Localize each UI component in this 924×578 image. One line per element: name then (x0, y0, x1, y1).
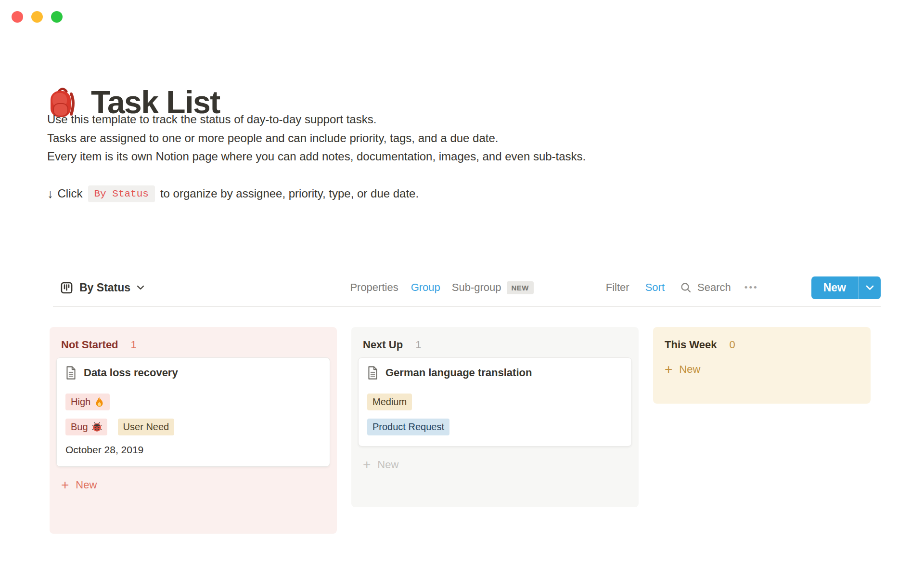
add-card-button-next-up[interactable]: + New (358, 455, 632, 475)
filter-button[interactable]: Filter (606, 281, 629, 294)
tag-row: High (65, 394, 321, 410)
new-feature-badge: NEW (507, 281, 534, 294)
new-item-button[interactable]: New (811, 276, 881, 299)
column-header: This Week 0 (660, 334, 864, 357)
by-status-code-badge: By Status (88, 185, 155, 202)
close-button[interactable] (12, 11, 23, 23)
bug-icon (92, 422, 102, 432)
tag-high: High (65, 394, 110, 410)
card-title: German language translation (385, 367, 532, 379)
down-arrow-icon: ↓ (47, 187, 53, 201)
add-card-label: New (679, 363, 700, 376)
column-count: 1 (131, 339, 137, 351)
search-button[interactable]: Search (680, 281, 731, 294)
new-button-dropdown[interactable] (859, 276, 881, 299)
new-item-button-label[interactable]: New (811, 276, 858, 299)
tag-product-request: Product Request (367, 419, 449, 435)
callout-text-after: to organize by assignee, priority, type,… (160, 187, 419, 200)
column-this-week: This Week 0 + New (653, 327, 871, 404)
tag-label: User Need (123, 420, 169, 434)
fire-icon (94, 396, 104, 407)
page-icon (367, 366, 378, 380)
page-description: Use this template to track the status of… (47, 110, 586, 166)
column-header: Next Up 1 (358, 334, 632, 357)
column-count: 0 (729, 339, 735, 351)
add-card-label: New (377, 459, 398, 471)
add-card-button-not-started[interactable]: + New (56, 475, 330, 495)
kanban-board: Not Started 1 Data loss recovery (50, 327, 871, 534)
column-next-up: Next Up 1 German language translation (351, 327, 639, 507)
tag-label: Product Request (372, 420, 444, 434)
sort-button[interactable]: Sort (645, 281, 665, 294)
fullscreen-button[interactable] (51, 11, 63, 23)
card-german-language-translation[interactable]: German language translation Medium Produ… (358, 357, 632, 447)
plus-icon: + (363, 460, 371, 470)
card-due-date: October 28, 2019 (65, 444, 321, 456)
board-view-icon (60, 281, 73, 294)
plus-icon: + (665, 364, 672, 375)
tag-row: Product Request (367, 419, 623, 435)
tag-bug: Bug (65, 419, 107, 435)
search-label: Search (697, 281, 731, 294)
column-header: Not Started 1 (56, 334, 330, 357)
column-name: Not Started (61, 339, 118, 351)
card-data-loss-recovery[interactable]: Data loss recovery High Bug (56, 357, 330, 467)
more-options-button[interactable]: ••• (744, 282, 758, 293)
group-button[interactable]: Group (411, 281, 440, 294)
view-name: By Status (79, 281, 130, 294)
column-name: This Week (665, 339, 717, 351)
page-icon (65, 366, 77, 380)
plus-icon: + (61, 480, 69, 490)
toolbar-actions: Properties Group Sub-group NEW Filter So… (350, 276, 881, 299)
window-controls (12, 11, 63, 23)
tag-user-need: User Need (118, 419, 175, 435)
description-line: Use this template to track the status of… (47, 110, 586, 129)
column-name: Next Up (363, 339, 403, 351)
column-not-started: Not Started 1 Data loss recovery (50, 327, 337, 534)
add-card-label: New (76, 479, 97, 491)
add-card-button-this-week[interactable]: + New (660, 359, 864, 380)
tag-row: Bug (65, 419, 321, 435)
minimize-button[interactable] (31, 11, 43, 23)
chevron-down-icon (137, 285, 144, 290)
tag-medium: Medium (367, 394, 412, 410)
properties-button[interactable]: Properties (350, 281, 398, 294)
search-icon (680, 282, 692, 293)
column-count: 1 (415, 339, 421, 351)
tag-label: Medium (372, 395, 407, 408)
view-toolbar: By Status Properties Group Sub-group NEW… (53, 269, 881, 307)
callout-line: ↓ Click By Status to organize by assigne… (47, 184, 419, 204)
card-title-row: Data loss recovery (65, 366, 321, 380)
tag-label: High (71, 395, 90, 408)
subgroup-button[interactable]: Sub-group (452, 281, 501, 294)
card-title: Data loss recovery (84, 367, 178, 379)
description-line: Tasks are assigned to one or more people… (47, 129, 586, 148)
description-line: Every item is its own Notion page where … (47, 147, 586, 166)
callout-text-before: Click (58, 187, 83, 200)
tag-label: Bug (71, 420, 88, 434)
view-switcher[interactable]: By Status (60, 281, 144, 294)
card-title-row: German language translation (367, 366, 623, 380)
tag-row: Medium (367, 394, 623, 410)
